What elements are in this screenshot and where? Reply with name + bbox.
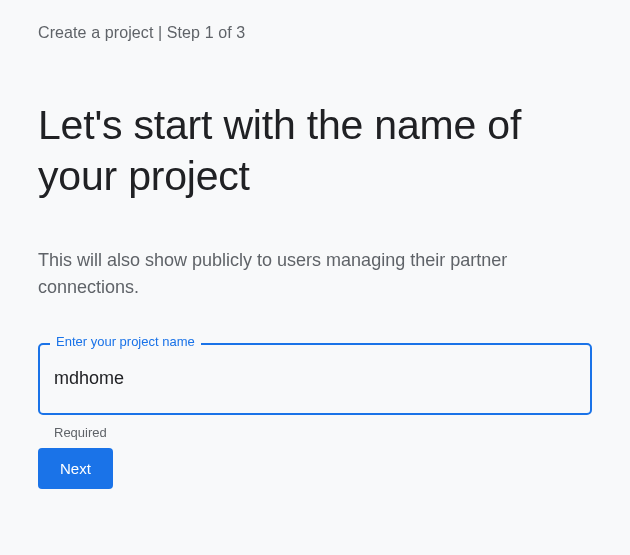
page-title: Let's start with the name of your projec… bbox=[38, 100, 592, 203]
page-subtitle: This will also show publicly to users ma… bbox=[38, 247, 592, 301]
project-name-field-wrapper: Enter your project name bbox=[38, 343, 592, 415]
project-name-input[interactable] bbox=[38, 343, 592, 415]
next-button[interactable]: Next bbox=[38, 448, 113, 489]
breadcrumb: Create a project | Step 1 of 3 bbox=[38, 24, 592, 42]
project-name-label: Enter your project name bbox=[50, 334, 201, 349]
field-helper-text: Required bbox=[38, 425, 592, 440]
